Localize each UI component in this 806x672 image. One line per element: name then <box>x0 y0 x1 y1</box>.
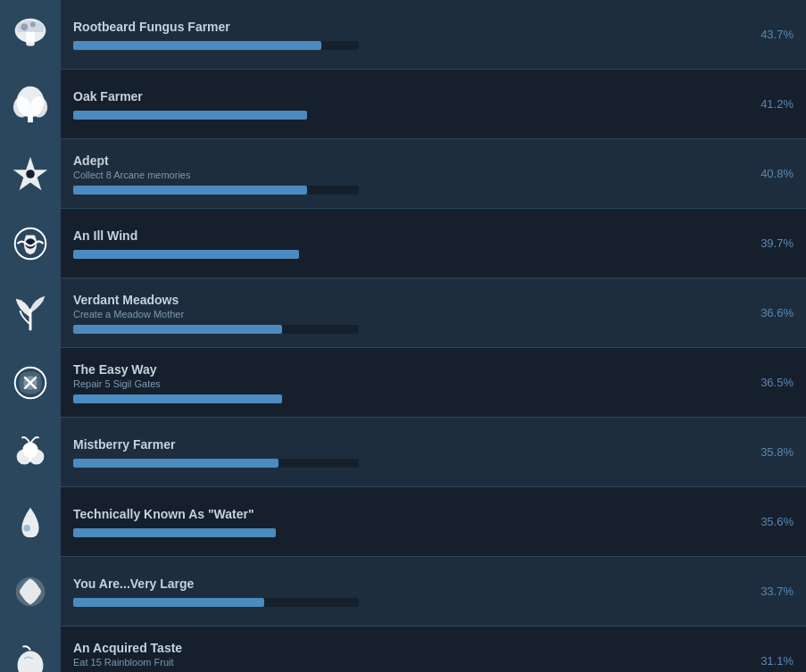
progress-bar-fill <box>73 459 278 468</box>
svg-point-19 <box>18 651 44 672</box>
achievement-icon <box>0 209 61 278</box>
progress-bar-fill <box>73 111 307 120</box>
achievement-row: The Easy Way Repair 5 Sigil Gates 36.5% <box>0 348 806 418</box>
progress-bar-fill <box>73 186 307 195</box>
progress-bar <box>73 459 359 468</box>
arcane-icon <box>7 151 54 197</box>
achievement-list: Rootbeard Fungus Farmer 43.7% Oak Farmer… <box>0 0 806 672</box>
achievement-icon <box>0 487 61 556</box>
achievement-row: Rootbeard Fungus Farmer 43.7% <box>0 0 806 70</box>
svg-point-16 <box>22 442 37 457</box>
svg-point-9 <box>26 170 35 178</box>
achievement-percent: 36.5% <box>752 376 806 389</box>
achievement-icon <box>0 70 61 138</box>
sigil-icon <box>7 360 54 406</box>
achievement-title: Oak Farmer <box>73 89 740 104</box>
svg-point-2 <box>21 23 28 30</box>
achievement-content: Adept Collect 8 Arcane memories <box>61 145 752 203</box>
achievement-title: An Ill Wind <box>73 228 740 243</box>
achievement-content: Mistberry Farmer <box>61 428 752 477</box>
achievement-row: An Acquired Taste Eat 15 Rainbloom Fruit… <box>0 626 806 672</box>
svg-point-7 <box>30 96 47 117</box>
achievement-icon <box>0 0 61 69</box>
achievement-row: Oak Farmer 41.2% <box>0 70 806 139</box>
progress-bar <box>73 41 359 50</box>
progress-bar-fill <box>73 250 299 259</box>
achievement-title: Mistberry Farmer <box>73 437 740 452</box>
progress-bar-fill <box>73 598 264 607</box>
progress-bar <box>73 394 359 403</box>
achievement-row: Mistberry Farmer 35.8% <box>0 418 806 487</box>
achievement-row: Adept Collect 8 Arcane memories 40.8% <box>0 139 806 209</box>
achievement-row: You Are...Very Large 33.7% <box>0 557 806 626</box>
water-icon <box>7 499 54 545</box>
berry-icon <box>7 429 54 476</box>
fungus-icon <box>7 12 54 58</box>
progress-bar-fill <box>73 528 276 537</box>
achievement-title: Technically Known As "Water" <box>73 507 740 521</box>
achievement-title: You Are...Very Large <box>73 577 740 591</box>
achievement-icon <box>0 348 61 417</box>
achievement-icon <box>0 418 61 486</box>
svg-point-17 <box>23 524 30 531</box>
progress-bar <box>73 111 359 120</box>
fruit-icon <box>7 638 54 673</box>
achievement-row: Technically Known As "Water" 35.6% <box>0 487 806 557</box>
progress-bar <box>73 528 359 537</box>
achievement-content: An Ill Wind <box>61 220 752 268</box>
achievement-title: The Easy Way <box>73 362 740 377</box>
progress-bar <box>73 250 359 259</box>
progress-bar <box>73 186 359 195</box>
achievement-desc: Collect 8 Arcane memories <box>73 170 740 180</box>
achievement-desc: Eat 15 Rainbloom Fruit <box>73 657 740 668</box>
achievement-icon <box>0 278 61 347</box>
wind-icon <box>7 220 54 267</box>
achievement-title: An Acquired Taste <box>73 641 740 655</box>
achievement-desc: Repair 5 Sigil Gates <box>73 378 740 389</box>
achievement-icon <box>0 626 61 672</box>
svg-point-3 <box>30 21 36 27</box>
progress-bar <box>73 325 359 334</box>
achievement-content: An Acquired Taste Eat 15 Rainbloom Fruit <box>61 632 752 673</box>
achievement-desc: Create a Meadow Mother <box>73 309 740 319</box>
large-icon <box>7 568 54 615</box>
svg-rect-1 <box>26 30 35 46</box>
progress-bar-fill <box>73 41 321 50</box>
achievement-percent: 31.1% <box>752 654 806 668</box>
achievement-content: Oak Farmer <box>61 80 752 129</box>
progress-bar-fill <box>73 394 282 403</box>
achievement-content: Technically Known As "Water" <box>61 498 752 546</box>
achievement-icon <box>0 557 61 626</box>
achievement-content: Verdant Meadows Create a Meadow Mother <box>61 284 752 343</box>
achievement-content: You Are...Very Large <box>61 568 752 616</box>
plant-icon <box>7 290 54 336</box>
achievement-icon <box>0 139 61 208</box>
progress-bar <box>73 598 359 607</box>
achievement-title: Verdant Meadows <box>73 293 740 307</box>
achievement-title: Rootbeard Fungus Farmer <box>73 20 740 34</box>
achievement-percent: 40.8% <box>752 167 806 180</box>
achievement-percent: 36.6% <box>752 306 806 319</box>
progress-bar-fill <box>73 325 282 334</box>
achievement-content: Rootbeard Fungus Farmer <box>61 11 752 59</box>
achievement-percent: 35.8% <box>752 445 806 459</box>
achievement-percent: 33.7% <box>752 585 806 598</box>
achievement-percent: 41.2% <box>752 97 806 111</box>
tree-icon <box>7 81 54 128</box>
achievement-row: An Ill Wind 39.7% <box>0 209 806 278</box>
svg-point-6 <box>13 96 30 117</box>
achievement-percent: 35.6% <box>752 515 806 528</box>
achievement-row: Verdant Meadows Create a Meadow Mother 3… <box>0 278 806 348</box>
achievement-percent: 39.7% <box>752 236 806 250</box>
achievement-title: Adept <box>73 153 740 168</box>
achievement-content: The Easy Way Repair 5 Sigil Gates <box>61 353 752 412</box>
achievement-percent: 43.7% <box>752 28 806 41</box>
